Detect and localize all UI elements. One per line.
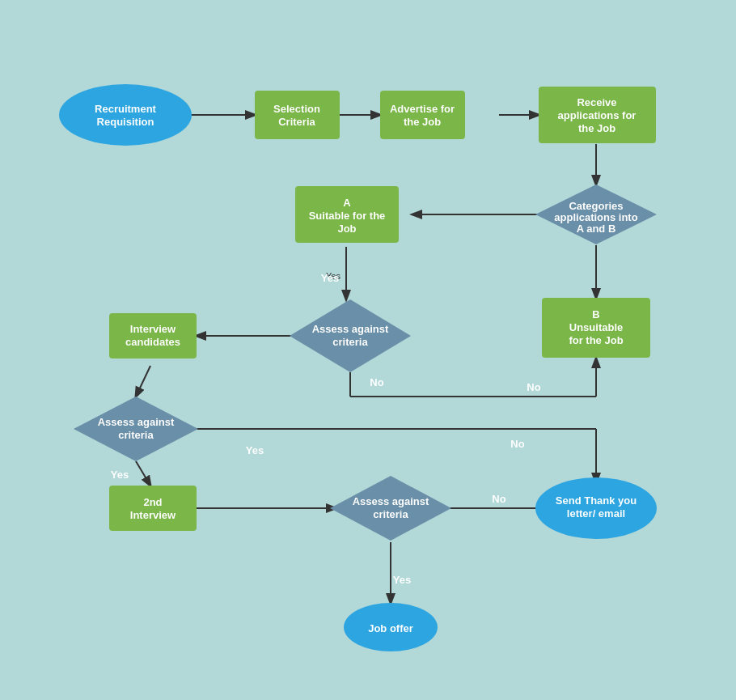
svg-text:No: No bbox=[492, 493, 505, 505]
second-interview-node: 2nd Interview bbox=[109, 486, 197, 531]
svg-text:Yes: Yes bbox=[111, 469, 129, 481]
svg-text:Receive: Receive bbox=[577, 96, 616, 108]
svg-text:No: No bbox=[510, 438, 524, 450]
svg-text:criteria: criteria bbox=[118, 429, 154, 441]
svg-text:Suitable for the: Suitable for the bbox=[309, 210, 386, 222]
assess-criteria-3-node: Assess against criteria bbox=[330, 476, 451, 541]
svg-line-15 bbox=[136, 461, 150, 486]
svg-text:Interview: Interview bbox=[130, 323, 176, 335]
svg-text:A and B: A and B bbox=[577, 223, 616, 235]
svg-text:No: No bbox=[527, 381, 540, 393]
svg-text:No: No bbox=[370, 376, 383, 388]
svg-text:Advertise for: Advertise for bbox=[390, 103, 455, 115]
svg-text:candidates: candidates bbox=[125, 336, 180, 348]
svg-text:Yes: Yes bbox=[246, 444, 264, 456]
assess-criteria-2-node: Assess against criteria bbox=[74, 397, 198, 461]
svg-text:Recruitment: Recruitment bbox=[95, 103, 157, 115]
assess-criteria-1-node: Assess against criteria bbox=[290, 299, 411, 372]
svg-text:2nd: 2nd bbox=[143, 496, 162, 508]
svg-text:Interview: Interview bbox=[130, 509, 176, 521]
svg-text:applications into: applications into bbox=[554, 211, 637, 223]
svg-text:letter/ email: letter/ email bbox=[567, 507, 625, 520]
svg-text:the Job: the Job bbox=[404, 116, 441, 128]
send-thank-you-node: Send Thank you letter/ email bbox=[535, 477, 657, 539]
receive-applications-node: Receive applications for the Job bbox=[539, 87, 656, 143]
svg-text:for the Job: for the Job bbox=[569, 334, 623, 346]
svg-text:Categories: Categories bbox=[569, 200, 623, 212]
svg-text:Assess against: Assess against bbox=[353, 495, 429, 507]
recruitment-requisition-node: Recruitment Requisition bbox=[59, 84, 192, 146]
job-offer-node: Job offer bbox=[344, 603, 438, 651]
svg-text:criteria: criteria bbox=[332, 336, 368, 348]
suitable-node: A Suitable for the Job bbox=[295, 186, 399, 243]
svg-text:the Job: the Job bbox=[578, 122, 615, 134]
svg-text:Yes: Yes bbox=[321, 272, 339, 284]
svg-text:Send Thank you: Send Thank you bbox=[556, 494, 637, 507]
svg-text:Assess against: Assess against bbox=[98, 416, 175, 428]
svg-text:Yes: Yes bbox=[393, 574, 411, 586]
svg-text:Assess against: Assess against bbox=[312, 323, 389, 335]
interview-candidates-node: Interview candidates bbox=[109, 313, 197, 358]
selection-criteria-node: Selection Criteria bbox=[255, 91, 340, 139]
svg-text:Criteria: Criteria bbox=[278, 116, 315, 128]
svg-text:applications for: applications for bbox=[558, 109, 637, 121]
svg-text:Job: Job bbox=[337, 223, 356, 235]
advertise-node: Advertise for the Job bbox=[380, 91, 465, 139]
svg-text:Job offer: Job offer bbox=[368, 622, 413, 634]
svg-text:Unsuitable: Unsuitable bbox=[569, 321, 623, 333]
svg-text:Requisition: Requisition bbox=[97, 116, 154, 128]
categories-node: Categories applications into A and B bbox=[535, 185, 657, 244]
svg-line-14 bbox=[136, 366, 150, 397]
svg-text:Selection: Selection bbox=[273, 103, 320, 115]
unsuitable-node: B Unsuitable for the Job bbox=[542, 298, 650, 358]
svg-text:criteria: criteria bbox=[373, 508, 408, 520]
svg-text:A: A bbox=[343, 197, 351, 209]
svg-text:B: B bbox=[592, 308, 599, 320]
